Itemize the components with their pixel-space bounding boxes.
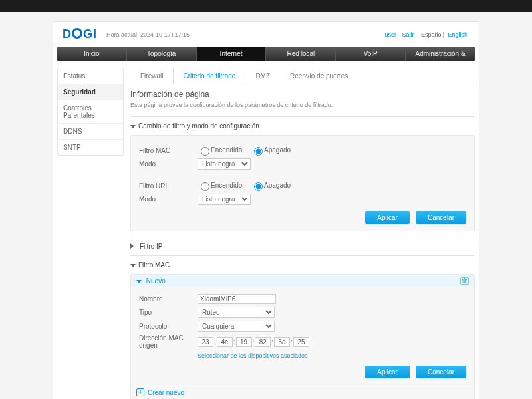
new-entry-bar: Nuevo 🗑 <box>131 275 474 287</box>
urlfilter-label: Filtro URL <box>139 182 198 190</box>
assoc-devices-link[interactable]: Seleccionar de los dispositivos asociado… <box>198 352 308 359</box>
tab-criterio-de-filtrado[interactable]: Criterio de filtrado <box>173 68 245 84</box>
srcmac-label: Dirección MAC origen <box>139 334 198 349</box>
section-macfilter-header[interactable]: Filtro MAC <box>130 261 475 269</box>
filter-mode-panel: Filtro MAC Encendido Apagado Modo Lista … <box>130 135 475 231</box>
side-nav: EstatusSeguridadControles ParentalesDDNS… <box>57 68 124 156</box>
chevron-down-icon <box>130 264 136 267</box>
name-label: Nombre <box>139 295 198 303</box>
main-content: FirewallCriterio de filtradoDMZReenvío d… <box>130 68 475 399</box>
tab-reenvío-de-puertos[interactable]: Reenvío de puertos <box>280 68 358 84</box>
side-seguridad[interactable]: Seguridad <box>58 84 123 100</box>
mac-octet-1[interactable] <box>217 337 233 347</box>
browser-topbar <box>0 0 532 12</box>
nav-red local[interactable]: Red local <box>266 47 336 61</box>
add-new-button[interactable]: +Crear nuevo <box>131 384 474 399</box>
proto-select[interactable]: CualquieraTCPUDPICMP <box>198 321 275 332</box>
tab-dmz[interactable]: DMZ <box>245 68 280 84</box>
nav-inicio[interactable]: Inicio <box>57 47 127 61</box>
urlfilter-off[interactable]: Apagado <box>251 182 291 189</box>
cancel-button[interactable]: Cancelar <box>416 366 466 378</box>
macmode-select[interactable]: Lista negraLista blanca <box>198 158 251 170</box>
mac-octet-0[interactable] <box>198 337 213 347</box>
user-link[interactable]: user <box>385 31 397 38</box>
section-filter-mode: Cambio de filtro y modo de configuración… <box>130 116 475 237</box>
page-desc: Esta página provee la configuración de l… <box>130 102 475 108</box>
mac-octet-4[interactable] <box>274 337 290 347</box>
nav-topología[interactable]: Topología <box>127 47 197 61</box>
main-nav: InicioTopologíaInternetRed localVoIPAdmi… <box>57 47 475 61</box>
type-label: Tipo <box>139 309 198 316</box>
section-filter-mode-header[interactable]: Cambio de filtro y modo de configuración <box>130 122 475 130</box>
mac-input-group: ::::: <box>198 337 309 347</box>
urlmode-select[interactable]: Lista negraLista blanca <box>198 194 251 205</box>
nav-internet[interactable]: Internet <box>197 47 267 61</box>
apply-button[interactable]: Aplicar <box>365 211 410 224</box>
mac-octet-5[interactable] <box>293 337 309 347</box>
apply-button[interactable]: Aplicar <box>365 366 410 378</box>
cancel-button[interactable]: Cancelar <box>416 211 466 224</box>
macfilter-label: Filtro MAC <box>139 147 198 154</box>
side-sntp[interactable]: SNTP <box>58 140 123 155</box>
logo: DGI <box>63 27 97 41</box>
urlmode-label: Modo <box>139 196 198 203</box>
lang-en[interactable]: English <box>448 31 467 38</box>
macfilter-on[interactable]: Encendido <box>198 146 242 154</box>
section-macfilter: Filtro MAC Nuevo 🗑 Nombre Tipo RuteoPuen… <box>130 255 475 399</box>
mac-octet-3[interactable] <box>255 337 271 347</box>
section-ipfilter-header[interactable]: Filtro IP <box>130 243 475 250</box>
logout-link[interactable]: Salir <box>402 31 414 38</box>
type-select[interactable]: RuteoPuente <box>198 307 275 318</box>
side-controles parentales[interactable]: Controles Parentales <box>58 100 123 124</box>
chevron-down-icon <box>130 125 136 128</box>
nav-voip[interactable]: VoIP <box>336 47 406 61</box>
macfilter-off[interactable]: Apagado <box>251 146 291 154</box>
macmode-label: Modo <box>139 160 198 168</box>
app-frame: DGI Hora actual: 2024-10-17T17:15 user S… <box>53 21 479 399</box>
macfilter-panel: Nuevo 🗑 Nombre Tipo RuteoPuente Protocol… <box>130 274 475 399</box>
chevron-down-icon <box>136 280 142 283</box>
header: DGI Hora actual: 2024-10-17T17:15 user S… <box>53 22 479 44</box>
name-input[interactable] <box>198 294 276 304</box>
page-title: Información de página <box>130 90 475 99</box>
tab-firewall[interactable]: Firewall <box>130 68 173 84</box>
section-ipfilter: Filtro IP <box>130 237 475 255</box>
delete-icon[interactable]: 🗑 <box>460 277 469 285</box>
mac-octet-2[interactable] <box>236 337 252 347</box>
header-links: user Salir Español| English <box>383 31 469 38</box>
nav-administración & diagnó...[interactable]: Administración & Diagnó... <box>406 47 475 61</box>
new-label: Nuevo <box>146 277 166 285</box>
side-ddns[interactable]: DDNS <box>58 124 123 140</box>
plus-icon: + <box>136 388 144 396</box>
subtabs: FirewallCriterio de filtradoDMZReenvío d… <box>130 68 475 84</box>
urlfilter-on[interactable]: Encendido <box>198 182 242 189</box>
current-time: Hora actual: 2024-10-17T17:15 <box>106 31 383 38</box>
side-estatus[interactable]: Estatus <box>58 68 123 84</box>
lang-es[interactable]: Español <box>421 31 443 38</box>
chevron-right-icon <box>130 243 136 249</box>
proto-label: Protocolo <box>139 323 198 330</box>
